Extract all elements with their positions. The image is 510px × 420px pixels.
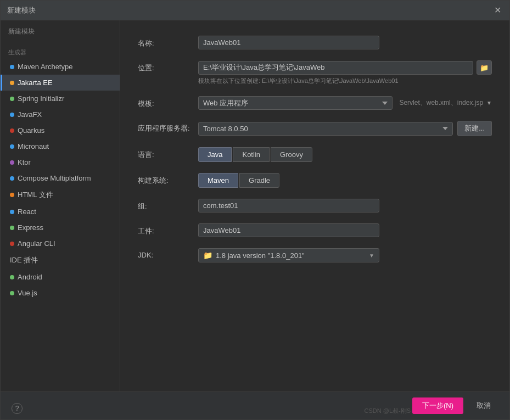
sidebar-item-android[interactable]: Android [1, 269, 120, 285]
name-label: 名称: [138, 36, 198, 48]
sidebar-item-react[interactable]: React [1, 204, 120, 220]
sidebar-dot-quarkus [10, 128, 14, 133]
next-button[interactable]: 下一步(N) [412, 397, 463, 414]
sidebar-item-spring-initializr[interactable]: Spring Initializr [1, 91, 120, 107]
jdk-select[interactable]: 📁 1.8 java version "1.8.0_201" ▼ [198, 248, 379, 262]
name-input[interactable] [198, 36, 379, 49]
sidebar-item-maven-archetype[interactable]: Maven Archetype [1, 59, 120, 75]
build-control: MavenGradle [198, 173, 492, 188]
jdk-content: 📁 1.8 java version "1.8.0_201" [203, 251, 305, 260]
sidebar-label-jakarta-ee: Jakarta EE [18, 79, 53, 87]
new-module-dialog: 新建模块 ✕ 新建模块 生成器 Maven ArchetypeJakarta E… [0, 0, 510, 420]
template-select[interactable]: Web 应用程序 [198, 96, 393, 110]
sidebar-item-angular-cli[interactable]: Angular CLI [1, 236, 120, 251]
sidebar-dot-compose-multiplatform [10, 176, 14, 181]
build-row: 构建系统: MavenGradle [138, 173, 492, 188]
artifact-row: 工件: [138, 223, 492, 237]
jdk-control: 📁 1.8 java version "1.8.0_201" ▼ [198, 248, 492, 262]
sidebar-dot-html-file [10, 193, 14, 197]
sidebar-item-compose-multiplatform[interactable]: Compose Multiplatform [1, 170, 120, 186]
name-row: 名称: [138, 36, 492, 49]
sidebar-item-vuejs[interactable]: Vue.js [1, 285, 120, 301]
sidebar-dot-javafx [10, 113, 14, 117]
artifact-label: 工件: [138, 223, 198, 236]
group-input[interactable] [198, 199, 379, 212]
artifact-control [198, 223, 492, 237]
sidebar-dot-ktor [10, 160, 14, 165]
template-selector-row: Web 应用程序 Servlet、web.xml、index.jsp ▼ [198, 96, 492, 110]
sidebar-item-quarkus[interactable]: Quarkus [1, 122, 120, 138]
sidebar-dot-spring-initializr [10, 97, 14, 101]
sidebar-dot-maven-archetype [10, 65, 14, 69]
language-btn-kotlin[interactable]: Kotlin [233, 147, 270, 162]
sidebar-label-quarkus: Quarkus [18, 126, 44, 135]
help-button[interactable]: ? [12, 403, 23, 414]
sidebar-label-html-file: HTML 文件 [18, 190, 53, 200]
sidebar-label-micronaut: Micronaut [18, 142, 49, 150]
footer: ? CSDN @L叔-刚S 下一步(N) 取消 [1, 391, 509, 419]
group-row: 组: [138, 199, 492, 212]
sidebar-item-micronaut[interactable]: Micronaut [1, 138, 120, 154]
location-label: 位置: [138, 60, 198, 73]
template-expand-icon[interactable]: ▼ [486, 100, 492, 106]
server-control: Tomcat 8.0.50 新建... [198, 121, 492, 136]
sidebar-item-jakarta-ee[interactable]: Jakarta EE [1, 75, 120, 91]
language-btn-java[interactable]: Java [198, 147, 232, 162]
sidebar-header: 新建模块 [1, 20, 120, 41]
sidebar-section-label: 生成器 [1, 41, 120, 59]
close-button[interactable]: ✕ [492, 5, 503, 16]
jdk-row: JDK: 📁 1.8 java version "1.8.0_201" ▼ [138, 248, 492, 262]
location-input[interactable] [198, 61, 473, 75]
build-label: 构建系统: [138, 173, 198, 186]
server-row: 应用程序服务器: Tomcat 8.0.50 新建... [138, 121, 492, 136]
sidebar-label-spring-initializr: Spring Initializr [18, 94, 64, 103]
language-btn-group: JavaKotlinGroovy [198, 147, 492, 162]
language-label: 语言: [138, 147, 198, 160]
language-btn-groovy[interactable]: Groovy [271, 147, 312, 162]
sidebar-label-javafx: JavaFX [18, 110, 42, 119]
artifact-input[interactable] [198, 223, 379, 237]
build-btn-group: MavenGradle [198, 173, 492, 188]
sidebar-items-list: Maven ArchetypeJakarta EESpring Initiali… [1, 59, 120, 301]
build-btn-gradle[interactable]: Gradle [239, 173, 279, 188]
jdk-chevron-icon: ▼ [369, 253, 374, 259]
sidebar-dot-angular-cli [10, 242, 14, 246]
sidebar-item-html-file[interactable]: HTML 文件 [1, 186, 120, 204]
template-label: 模板: [138, 96, 198, 109]
sidebar-item-ide-plugin[interactable]: IDE 插件 [1, 251, 120, 269]
server-select[interactable]: Tomcat 8.0.50 [198, 122, 453, 136]
sidebar-dot-jakarta-ee [10, 81, 14, 85]
sidebar-label-express: Express [18, 223, 43, 232]
template-tags: Servlet、web.xml、index.jsp [399, 98, 483, 108]
server-label: 应用程序服务器: [138, 121, 198, 133]
group-control [198, 199, 492, 212]
sidebar-dot-vuejs [10, 291, 14, 295]
cancel-button[interactable]: 取消 [469, 397, 498, 414]
sidebar-label-maven-archetype: Maven Archetype [18, 63, 72, 71]
location-control: 📁 模块将在以下位置创建: E:\毕业设计\Java总学习笔记\JavaWeb\… [198, 60, 492, 85]
sidebar-item-express[interactable]: Express [1, 220, 120, 236]
group-label: 组: [138, 199, 198, 211]
build-btn-maven[interactable]: Maven [198, 173, 238, 188]
location-row: 位置: 📁 模块将在以下位置创建: E:\毕业设计\Java总学习笔记\Java… [138, 60, 492, 85]
location-hint: 模块将在以下位置创建: E:\毕业设计\Java总学习笔记\JavaWeb\Ja… [198, 77, 492, 85]
jdk-value: 1.8 java version "1.8.0_201" [216, 251, 305, 260]
sidebar: 新建模块 生成器 Maven ArchetypeJakarta EESpring… [1, 20, 120, 391]
sidebar-label-ktor: Ktor [18, 158, 31, 166]
sidebar-label-react: React [18, 208, 36, 216]
folder-button[interactable]: 📁 [477, 60, 492, 75]
jdk-label: JDK: [138, 248, 198, 259]
sidebar-dot-android [10, 275, 14, 279]
name-control [198, 36, 492, 49]
sidebar-item-javafx[interactable]: JavaFX [1, 107, 120, 122]
new-server-button[interactable]: 新建... [457, 121, 492, 136]
folder-icon: 📁 [480, 64, 489, 72]
sidebar-label-ide-plugin: IDE 插件 [10, 255, 38, 265]
path-row: 📁 [198, 60, 492, 75]
server-selector-row: Tomcat 8.0.50 新建... [198, 121, 492, 136]
template-control: Web 应用程序 Servlet、web.xml、index.jsp ▼ [198, 96, 492, 110]
language-control: JavaKotlinGroovy [198, 147, 492, 162]
sidebar-item-ktor[interactable]: Ktor [1, 154, 120, 170]
watermark: CSDN @L叔-刚S [364, 407, 411, 415]
sidebar-label-vuejs: Vue.js [18, 289, 37, 297]
